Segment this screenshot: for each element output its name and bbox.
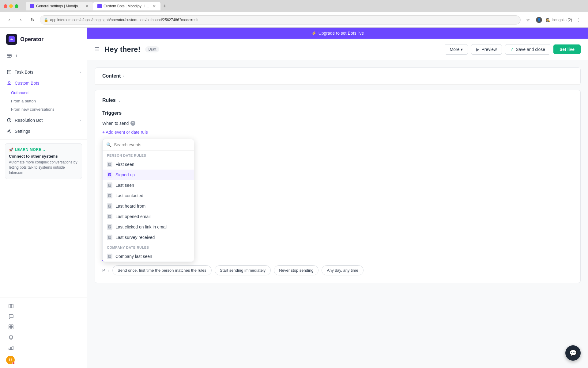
refresh-button[interactable]: ↻ xyxy=(28,16,37,24)
profile-button[interactable]: 👤 xyxy=(535,16,543,24)
sidebar-icon-bar-chart[interactable] xyxy=(6,343,16,353)
profile-icon: 👤 xyxy=(537,18,541,21)
add-event-rule-button[interactable]: + Add event or date rule xyxy=(102,130,148,135)
preview-button[interactable]: ▶ Preview xyxy=(471,44,502,55)
bookmark-button[interactable]: ☆ xyxy=(524,16,532,24)
last-survey-received-icon xyxy=(107,235,112,240)
sidebar-nav: 1 Task Bots › Custom Bots ⌄ xyxy=(0,48,87,297)
sidebar-subitem-outbound[interactable]: Outbound xyxy=(0,89,87,97)
traffic-lights xyxy=(4,4,18,8)
browser-tabs: General settings | Moodjoy | In... ✕ Cus… xyxy=(26,2,576,10)
never-stop-label: Never stop sending xyxy=(279,268,313,273)
more-options-button[interactable]: ⋮ xyxy=(575,16,583,24)
any-day-any-time-pill[interactable]: Any day, any time xyxy=(322,265,363,275)
when-to-send-label: When to send ? xyxy=(102,121,573,126)
learn-more-close-button[interactable]: — xyxy=(74,147,78,152)
tab-title-2: Custom Bots | Moodjoy | Interc... xyxy=(104,4,151,8)
close-traffic-light[interactable] xyxy=(4,4,7,8)
chat-button[interactable]: 💬 xyxy=(565,345,581,361)
event-dropdown-menu: 🔍 Person date rules First seen xyxy=(102,139,194,262)
sidebar-icon-chat[interactable] xyxy=(6,312,16,321)
forward-button[interactable]: › xyxy=(17,16,25,24)
search-icon: 🔍 xyxy=(106,142,111,147)
sidebar-logo xyxy=(6,34,17,45)
browser-menu-icon[interactable]: ⋮ xyxy=(578,4,582,8)
sidebar-item-resolution-bot[interactable]: Resolution Bot › xyxy=(0,115,87,126)
svg-rect-9 xyxy=(11,325,13,327)
sidebar-item-task-bots[interactable]: Task Bots › xyxy=(0,67,87,78)
start-sending-label: Start sending immediately xyxy=(220,268,266,273)
upgrade-icon: ⚡ xyxy=(311,31,317,36)
more-button[interactable]: More ▾ xyxy=(445,44,468,55)
preview-play-icon: ▶ xyxy=(476,47,480,52)
task-bots-arrow: › xyxy=(80,71,81,74)
when-to-send-help-icon[interactable]: ? xyxy=(130,121,135,126)
sidebar-inbox-item[interactable]: 1 xyxy=(0,50,87,61)
dropdown-item-last-contacted[interactable]: Last contacted xyxy=(103,190,194,201)
minimize-traffic-light[interactable] xyxy=(9,4,13,8)
user-avatar: U xyxy=(6,356,15,364)
dropdown-item-last-survey-received[interactable]: Last survey received xyxy=(103,232,194,243)
set-live-button[interactable]: Set live xyxy=(553,44,581,54)
inbox-icon xyxy=(6,53,12,59)
divider-2 xyxy=(0,139,87,140)
sidebar-item-custom-bots[interactable]: Custom Bots ⌄ xyxy=(0,78,87,89)
sidebar-icon-books[interactable] xyxy=(6,301,16,311)
sidebar-item-settings[interactable]: Settings xyxy=(0,126,87,137)
tab-close-2[interactable]: ✕ xyxy=(153,4,156,9)
sidebar-subitem-from-conversations[interactable]: From new conversations xyxy=(0,105,87,113)
last-seen-label: Last seen xyxy=(115,183,134,188)
maximize-traffic-light[interactable] xyxy=(15,4,18,8)
new-tab-button[interactable]: + xyxy=(160,2,169,10)
toolbar-actions: ☆ 👤 🕵 Incognito (2) ⋮ xyxy=(524,16,583,24)
content-arrow-icon: › xyxy=(123,74,124,78)
signed-up-icon xyxy=(107,172,112,178)
save-close-button[interactable]: ✓ Save and close xyxy=(505,44,550,55)
any-day-label: Any day, any time xyxy=(327,268,358,273)
last-contacted-label: Last contacted xyxy=(115,193,143,198)
browser-tab-2[interactable]: Custom Bots | Moodjoy | Interc... ✕ xyxy=(93,2,160,10)
preview-label: Preview xyxy=(481,47,497,52)
hamburger-icon[interactable]: ☰ xyxy=(95,46,100,53)
back-button[interactable]: ‹ xyxy=(5,16,13,24)
start-sending-immediately-pill[interactable]: Start sending immediately xyxy=(215,265,271,275)
dropdown-item-last-heard-from[interactable]: Last heard from xyxy=(103,201,194,211)
save-check-icon: ✓ xyxy=(510,47,514,52)
dropdown-item-company-last-seen[interactable]: Company last seen xyxy=(103,251,194,262)
dropdown-item-signed-up[interactable]: Signed up xyxy=(103,170,194,180)
tab-close-1[interactable]: ✕ xyxy=(85,4,89,9)
inbox-badge: 1 xyxy=(15,54,17,58)
learn-more-card: 🚀 LEARN MORE... — Connect to other syste… xyxy=(5,143,82,179)
sidebar-icon-apps[interactable] xyxy=(6,322,16,332)
content-section-header[interactable]: Content › xyxy=(95,68,580,85)
dropdown-item-last-opened-email[interactable]: Last opened email xyxy=(103,211,194,222)
sidebar-subitem-from-button[interactable]: From a button xyxy=(0,97,87,105)
sidebar-avatar-container[interactable]: U xyxy=(6,356,81,364)
send-once-pill[interactable]: Send once, first time the person matches… xyxy=(112,265,212,275)
bottom-pills-row: P › Send once, first time the person mat… xyxy=(102,265,573,275)
dropdown-item-first-seen[interactable]: First seen xyxy=(103,159,194,170)
dropdown-item-last-seen[interactable]: Last seen xyxy=(103,180,194,190)
browser-toolbar: ‹ › ↻ 🔒 app.intercom.com/a/apps/nnsgmgob… xyxy=(0,12,588,28)
dropdown-search-input[interactable] xyxy=(114,142,190,147)
last-contacted-icon xyxy=(107,193,112,198)
upgrade-banner[interactable]: ⚡ Upgrade to set Bots live xyxy=(87,28,588,39)
address-bar[interactable]: 🔒 app.intercom.com/a/apps/nnsgmgob/opera… xyxy=(40,15,521,25)
rules-header[interactable]: Rules ⌄ xyxy=(102,98,573,103)
browser-tab-1[interactable]: General settings | Moodjoy | In... ✕ xyxy=(26,2,93,10)
svg-rect-12 xyxy=(9,348,10,350)
first-seen-icon xyxy=(107,162,112,167)
learn-more-header: 🚀 LEARN MORE... — xyxy=(9,147,78,152)
rules-section: Rules ⌄ Triggers When to send ? + Add ev… xyxy=(95,90,581,283)
first-seen-label: First seen xyxy=(115,162,134,167)
top-bar: ☰ Hey there! Draft More ▾ ▶ Preview ✓ Sa… xyxy=(87,39,588,60)
never-stop-sending-pill[interactable]: Never stop sending xyxy=(274,265,318,275)
company-last-seen-label: Company last seen xyxy=(115,254,152,259)
content-title: Content xyxy=(102,73,121,79)
avatar-initials: U xyxy=(9,358,12,362)
signed-up-label: Signed up xyxy=(115,172,135,177)
dropdown-item-last-clicked-link[interactable]: Last clicked on link in email xyxy=(103,222,194,232)
sidebar-icon-bell[interactable] xyxy=(6,332,16,342)
avatar-status-dot xyxy=(12,362,15,364)
event-dropdown-container: + Add event or date rule 🔍 Person date r… xyxy=(102,130,148,140)
